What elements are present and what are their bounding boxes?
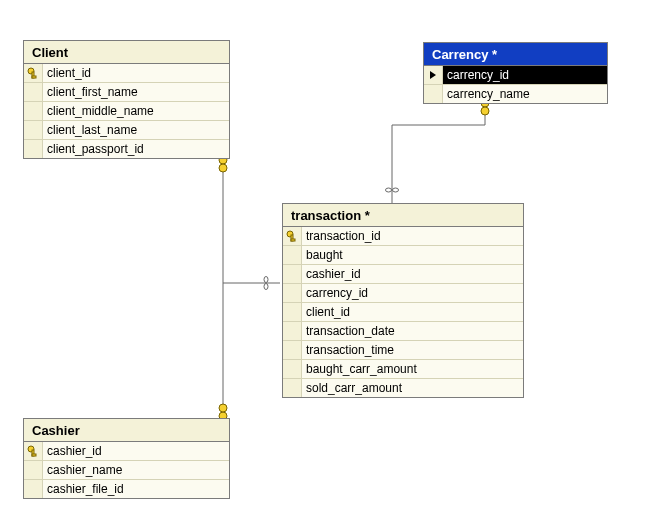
- primary-key-icon: [283, 227, 302, 245]
- table-row[interactable]: baught: [283, 246, 523, 265]
- column-name: client_first_name: [43, 83, 229, 101]
- svg-point-2: [264, 277, 268, 283]
- column-icon: [283, 322, 302, 340]
- column-name: client_passport_id: [43, 140, 229, 158]
- column-icon: [424, 85, 443, 103]
- column-name: cashier_id: [302, 265, 523, 283]
- svg-point-3: [264, 284, 268, 290]
- column-name: client_middle_name: [43, 102, 229, 120]
- table-title: Carrency *: [424, 43, 607, 66]
- table-row[interactable]: client_id: [24, 64, 229, 83]
- table-title: transaction *: [283, 204, 523, 227]
- column-name: baught_carr_amount: [302, 360, 523, 378]
- column-name: cashier_name: [43, 461, 229, 479]
- column-icon: [24, 480, 43, 498]
- column-name: client_last_name: [43, 121, 229, 139]
- svg-point-7: [481, 107, 489, 115]
- table-row[interactable]: transaction_id: [283, 227, 523, 246]
- table-row[interactable]: cashier_id: [283, 265, 523, 284]
- column-name: carrency_id: [302, 284, 523, 302]
- table-title: Client: [24, 41, 229, 64]
- svg-point-8: [386, 188, 392, 192]
- column-name: carrency_id: [443, 66, 607, 84]
- table-row[interactable]: cashier_file_id: [24, 480, 229, 498]
- column-icon: [283, 341, 302, 359]
- svg-rect-19: [32, 454, 36, 456]
- table-transaction[interactable]: transaction * transaction_id baught cash…: [282, 203, 524, 398]
- table-title: Cashier: [24, 419, 229, 442]
- table-carrency[interactable]: Carrency * carrency_id carrency_name: [423, 42, 608, 104]
- column-name: sold_carr_amount: [302, 379, 523, 397]
- table-row[interactable]: client_middle_name: [24, 102, 229, 121]
- svg-rect-12: [32, 76, 36, 78]
- svg-point-1: [219, 164, 227, 172]
- table-row[interactable]: carrency_id: [283, 284, 523, 303]
- column-icon: [24, 140, 43, 158]
- column-icon: [24, 83, 43, 101]
- table-row[interactable]: transaction_date: [283, 322, 523, 341]
- column-name: cashier_file_id: [43, 480, 229, 498]
- column-icon: [24, 102, 43, 120]
- column-name: cashier_id: [43, 442, 229, 460]
- column-name: transaction_id: [302, 227, 523, 245]
- column-name: client_id: [302, 303, 523, 321]
- column-icon: [283, 360, 302, 378]
- column-icon: [283, 284, 302, 302]
- svg-rect-16: [291, 239, 295, 241]
- table-row[interactable]: carrency_name: [424, 85, 607, 103]
- row-pointer-icon: [424, 66, 443, 84]
- svg-point-5: [219, 404, 227, 412]
- table-row[interactable]: transaction_time: [283, 341, 523, 360]
- table-row[interactable]: cashier_name: [24, 461, 229, 480]
- table-row[interactable]: sold_carr_amount: [283, 379, 523, 397]
- column-icon: [24, 121, 43, 139]
- column-name: client_id: [43, 64, 229, 82]
- table-row[interactable]: baught_carr_amount: [283, 360, 523, 379]
- table-row[interactable]: client_last_name: [24, 121, 229, 140]
- table-client[interactable]: Client client_id client_first_name clien…: [23, 40, 230, 159]
- column-name: transaction_time: [302, 341, 523, 359]
- table-row[interactable]: client_id: [283, 303, 523, 322]
- svg-point-9: [393, 188, 399, 192]
- column-icon: [24, 461, 43, 479]
- table-row[interactable]: cashier_id: [24, 442, 229, 461]
- column-name: carrency_name: [443, 85, 607, 103]
- column-icon: [283, 379, 302, 397]
- primary-key-icon: [24, 64, 43, 82]
- column-icon: [283, 265, 302, 283]
- svg-marker-13: [430, 71, 436, 79]
- primary-key-icon: [24, 442, 43, 460]
- table-cashier[interactable]: Cashier cashier_id cashier_name cashier_…: [23, 418, 230, 499]
- column-icon: [283, 303, 302, 321]
- column-name: baught: [302, 246, 523, 264]
- table-row[interactable]: carrency_id: [424, 66, 607, 85]
- column-name: transaction_date: [302, 322, 523, 340]
- table-row[interactable]: client_passport_id: [24, 140, 229, 158]
- column-icon: [283, 246, 302, 264]
- table-row[interactable]: client_first_name: [24, 83, 229, 102]
